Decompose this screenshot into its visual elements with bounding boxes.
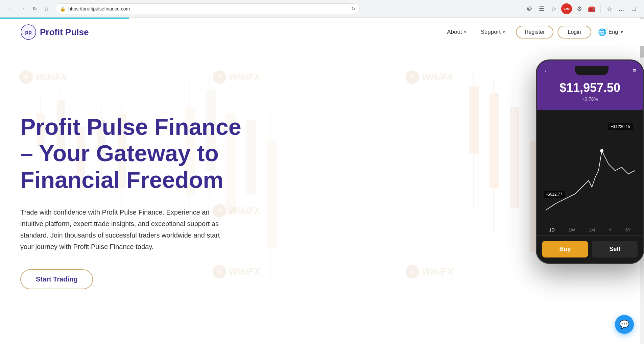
phone-sell-button[interactable]: Sell <box>592 241 638 257</box>
nav-actions: Register Login 🌐 Eng ▼ <box>516 26 624 39</box>
phone-menu-icon: ≡ <box>633 67 636 74</box>
settings-button[interactable]: ⚙ <box>575 4 584 14</box>
phone-device: ← ≡ $11,957.50 +9,78% <box>536 59 644 264</box>
reader-mode-button[interactable]: ＠ <box>525 4 534 14</box>
back-button[interactable]: ← <box>5 4 15 14</box>
logo-link[interactable]: pp Profit Pulse <box>20 24 89 40</box>
register-button[interactable]: Register <box>516 26 554 39</box>
time-tab-5y[interactable]: 5Y <box>625 227 631 232</box>
svg-rect-27 <box>510 107 519 208</box>
logo-icon: pp <box>20 24 37 40</box>
phone-chart: +$1230,15 -$612,77 <box>537 110 643 225</box>
lang-label: Eng <box>609 29 618 35</box>
about-nav-link[interactable]: About ▼ <box>447 29 467 35</box>
profile-icon[interactable]: 0.90 <box>561 3 572 14</box>
bookmark-star-button[interactable]: ☆ <box>549 4 558 14</box>
svg-rect-21 <box>266 141 277 249</box>
lang-dropdown-arrow: ▼ <box>620 30 624 34</box>
url-text: https://profitpulsefinance.com <box>68 6 349 11</box>
phone-change: +9,78% <box>544 96 636 102</box>
hero-section: W WikiFX W WikiFX W WikiFX W WikiFX W Wi… <box>0 46 644 344</box>
refresh-button[interactable]: ↻ <box>30 4 39 14</box>
support-label: Support <box>480 29 501 35</box>
chat-icon: 💬 <box>619 320 629 329</box>
divider <box>600 5 601 13</box>
phone-header: $11,957.50 +9,78% <box>537 75 643 110</box>
phone-action-buttons: Buy Sell <box>537 235 643 263</box>
support-nav-link[interactable]: Support ▼ <box>480 29 505 35</box>
chat-button[interactable]: 💬 <box>615 315 634 334</box>
hero-title: Profit Pulse Finance – Your Gateway to F… <box>20 114 250 193</box>
phone-chart-svg <box>542 117 638 218</box>
chart-tooltip-low: -$612,77 <box>544 191 565 198</box>
phone-amount: $11,957.50 <box>544 81 636 95</box>
lock-icon: 🔒 <box>60 6 66 11</box>
time-tab-1m[interactable]: 1M <box>589 227 595 232</box>
logo-text: Profit Pulse <box>40 27 89 38</box>
hero-phone-mockup: ← ≡ $11,957.50 +9,78% <box>536 59 644 264</box>
home-button[interactable]: ⌂ <box>42 4 51 14</box>
chart-high-dot <box>600 149 603 152</box>
favorites-button[interactable]: ☆ <box>605 4 614 14</box>
website-container: pp Profit Pulse About ▼ Support ▼ Regist… <box>0 19 644 344</box>
phone-back-icon: ← <box>544 67 550 75</box>
about-dropdown-arrow: ▼ <box>463 30 467 34</box>
start-trading-button[interactable]: Start Trading <box>20 269 93 289</box>
hero-content-left: Profit Pulse Finance – Your Gateway to F… <box>20 114 250 289</box>
reader-view-button[interactable]: ☰ <box>537 4 546 14</box>
time-tab-1d[interactable]: 1D <box>549 227 555 232</box>
about-label: About <box>447 29 462 35</box>
address-bar[interactable]: 🔒 https://profitpulsefinance.com ↻ <box>55 3 360 14</box>
browser-toolbar: ＠ ☰ ☆ 0.90 ⚙ 🧰 ☆ … □ <box>525 3 639 14</box>
time-tab-y[interactable]: Y <box>609 227 612 232</box>
sidebar-button[interactable]: □ <box>629 4 639 14</box>
globe-icon: 🌐 <box>598 28 606 36</box>
language-selector[interactable]: 🌐 Eng ▼ <box>598 28 624 36</box>
more-button[interactable]: … <box>617 4 626 14</box>
time-tab-1w[interactable]: 1W <box>569 227 575 232</box>
browser-chrome: ← → ↻ ⌂ 🔒 https://profitpulsefinance.com… <box>0 0 644 18</box>
hero-description: Trade with confidence with Profit Pulse … <box>20 206 230 252</box>
svg-rect-23 <box>469 87 479 154</box>
profile-badge: 0.90 <box>564 7 570 10</box>
refresh-icon-small: ↻ <box>351 6 355 11</box>
phone-buy-button[interactable]: Buy <box>542 241 588 257</box>
navbar: pp Profit Pulse About ▼ Support ▼ Regist… <box>0 19 644 46</box>
forward-button[interactable]: → <box>18 4 27 14</box>
svg-text:pp: pp <box>25 29 32 35</box>
phone-top-bar: ← ≡ <box>537 60 643 75</box>
phone-notch <box>575 66 609 75</box>
svg-rect-25 <box>490 93 499 188</box>
browser-nav-buttons: ← → ↻ ⌂ <box>5 4 51 14</box>
extensions-button[interactable]: 🧰 <box>587 4 596 14</box>
nav-links: About ▼ Support ▼ <box>447 29 506 35</box>
support-dropdown-arrow: ▼ <box>502 30 506 34</box>
phone-time-tabs: 1D 1W 1M Y 5Y <box>537 225 643 235</box>
login-button[interactable]: Login <box>557 26 591 39</box>
chart-tooltip-high: +$1230,15 <box>608 123 633 130</box>
